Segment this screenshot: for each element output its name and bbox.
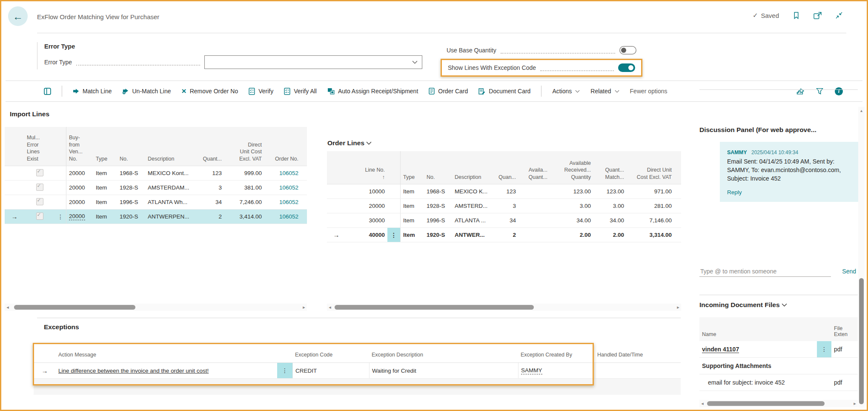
column-header-quantity[interactable]: Quan... [495, 174, 519, 184]
column-header-buy-from-vendor-no[interactable]: Buy- from Ven... No. [66, 127, 93, 166]
column-header-no[interactable]: No. [117, 155, 145, 166]
scrollbar-thumb[interactable] [707, 401, 825, 406]
back-button[interactable]: ← [8, 6, 28, 26]
order-no-link[interactable]: 106052 [264, 170, 301, 176]
verify-button[interactable]: Verify [249, 88, 273, 95]
column-header-description[interactable]: Description [452, 174, 495, 184]
discussion-message-card: SAMMY 2025/04/14 10:49:34 Email Sent: 04… [720, 142, 860, 202]
reply-link[interactable]: Reply [727, 189, 742, 195]
info-icon[interactable]: i [835, 87, 843, 95]
row-pointer-icon: → [5, 213, 24, 220]
column-header-line-no[interactable]: Line No. ↑ [346, 167, 387, 184]
order-card-button[interactable]: Order Card [429, 88, 468, 95]
row-ellipsis-menu[interactable]: ⋮ [277, 363, 292, 378]
column-header-action-message[interactable]: Action Message [56, 351, 277, 363]
cell-description[interactable]: ANTWER... [455, 232, 485, 238]
column-header-name[interactable]: Name [699, 331, 817, 341]
table-row[interactable]: ✓ 20000 Item 1996-S ATLANTA Wh... 34 7,2… [5, 195, 307, 210]
filter-icon[interactable] [816, 88, 823, 95]
order-no-link[interactable]: 106052 [264, 213, 301, 220]
column-header-quantity-matched[interactable]: Quant... Match... [593, 167, 627, 184]
bookmark-icon[interactable] [793, 11, 800, 19]
scroll-left-icon[interactable]: ◂ [327, 305, 333, 310]
cell-no[interactable]: 1920-S [120, 213, 138, 220]
table-row[interactable]: email for subject: invoice 452 pdf [699, 374, 858, 391]
scroll-left-icon[interactable]: ◂ [699, 401, 705, 406]
column-header-mul-error-lines-exist[interactable]: Mul... Error Lines Exist [24, 134, 55, 166]
incoming-document-files-caption[interactable]: Incoming Document Files [699, 301, 787, 309]
scrollbar-thumb[interactable] [335, 305, 534, 310]
table-row[interactable]: 20000 Item 1928-S AMSTERD... 3 3.00 3.00… [327, 199, 681, 213]
actions-menu[interactable]: Actions [552, 88, 580, 95]
back-arrow-icon: ← [13, 11, 23, 22]
column-header-file-extension[interactable]: File Exten [831, 325, 858, 341]
table-group-row[interactable]: Supporting Attachments [699, 358, 858, 374]
column-header-direct-unit-cost[interactable]: Direct Unit Cost Excl. VAT [224, 141, 264, 166]
order-no-link[interactable]: 106052 [264, 184, 301, 191]
mention-input[interactable] [699, 266, 831, 277]
use-base-quantity-toggle[interactable] [619, 46, 636, 55]
row-pointer-icon: → [327, 231, 346, 239]
document-card-button[interactable]: Document Card [478, 88, 530, 95]
table-row-selected[interactable]: → ✓ ⋮ 20000 Item 1920-S ANTWERPEN... 2 3… [5, 210, 307, 224]
error-type-combobox[interactable] [204, 55, 422, 69]
column-header-no[interactable]: No. [424, 174, 452, 184]
column-header-quantity[interactable]: Quant... [198, 155, 224, 166]
column-header-direct-unit-cost[interactable]: Direct Unit Cost Excl. VAT [627, 167, 674, 184]
cell-vendor-no[interactable]: 20000 [69, 213, 85, 220]
section-divider [37, 318, 681, 318]
column-header-handled-datetime[interactable]: Handled Date/Time [595, 351, 681, 363]
remove-order-no-button[interactable]: × Remove Order No [182, 88, 238, 95]
table-row[interactable]: ✓ 20000 Item 1968-S MEXICO Kont... 123 9… [5, 166, 307, 181]
cell-no[interactable]: 1920-S [427, 232, 445, 238]
table-row-selected[interactable]: vinden 41107 ⋮ pdf [699, 341, 858, 358]
row-ellipsis-menu[interactable]: ⋮ [817, 341, 831, 357]
column-header-available-quantity[interactable]: Availa... Quant... [519, 167, 550, 184]
table-row[interactable]: 30000 Item 1996-S ATLANTA ... 34 34.00 3… [327, 213, 681, 228]
verify-all-button[interactable]: Verify All [284, 88, 317, 95]
row-ellipsis-menu[interactable]: ⋮ [55, 213, 66, 220]
action-message-link[interactable]: Line difference between the invoice and … [58, 368, 209, 374]
related-menu[interactable]: Related [590, 88, 619, 95]
cell-file-extension: pdf [831, 346, 858, 353]
column-header-type[interactable]: Type [93, 155, 117, 166]
edit-list-icon[interactable] [44, 88, 51, 95]
open-in-new-window-icon[interactable] [814, 12, 822, 19]
row-ellipsis-menu[interactable]: ⋮ [387, 228, 400, 242]
collapse-icon[interactable] [835, 12, 843, 19]
cell-description: ANTWERPEN... [145, 213, 198, 220]
order-no-link[interactable]: 106052 [264, 199, 301, 205]
column-header-type[interactable]: Type [400, 151, 424, 184]
incoming-files-hscrollbar[interactable]: ◂ ▸ [699, 400, 858, 407]
column-header-description[interactable]: Description [145, 155, 198, 166]
file-name-link[interactable]: vinden 41107 [702, 346, 739, 353]
import-lines-hscrollbar[interactable]: ◂ ▸ [5, 304, 307, 311]
table-row-selected[interactable]: → 40000 ⋮ Item 1920-S ANTWER... 2 2.00 2… [327, 228, 681, 242]
show-lines-with-exception-code-toggle[interactable] [618, 63, 635, 72]
order-lines-caption[interactable]: Order Lines [327, 139, 372, 147]
table-row[interactable]: → Line difference between the invoice an… [34, 362, 681, 379]
column-header-exception-description[interactable]: Exception Description [369, 351, 518, 363]
share-icon[interactable] [796, 88, 805, 95]
exception-created-by-link[interactable]: SAMMY [521, 367, 542, 374]
page-vscrollbar[interactable]: ▴ [858, 107, 865, 408]
table-row[interactable]: 10000 Item 1968-S MEXICO K... 123 123.00… [327, 184, 681, 199]
send-button[interactable]: Send [839, 267, 859, 275]
scroll-right-icon[interactable]: ▸ [301, 305, 307, 310]
scroll-right-icon[interactable]: ▸ [852, 401, 858, 406]
auto-assign-button[interactable]: Auto Assign Receipt/Shipment [327, 88, 418, 95]
scroll-left-icon[interactable]: ◂ [5, 305, 11, 310]
table-row[interactable]: ✓ 20000 Item 1928-S AMSTERDAM... 3 381.0… [5, 181, 307, 195]
unmatch-line-button[interactable]: Un-Match Line [122, 88, 171, 95]
column-header-available-received-quantity[interactable]: Available Received... Quantity [550, 160, 593, 184]
column-header-exception-code[interactable]: Exception Code [292, 351, 369, 363]
scrollbar-thumb[interactable] [859, 278, 864, 404]
order-lines-hscrollbar[interactable]: ◂ ▸ [327, 304, 681, 311]
match-line-button[interactable]: Match Line [73, 88, 112, 95]
fewer-options-button[interactable]: Fewer options [630, 88, 667, 95]
scroll-up-icon[interactable]: ▴ [858, 108, 865, 113]
scroll-right-icon[interactable]: ▸ [675, 305, 681, 310]
scrollbar-thumb[interactable] [14, 305, 135, 310]
column-header-order-no[interactable]: Order No. [264, 155, 301, 166]
column-header-exception-created-by[interactable]: Exception Created By [518, 351, 595, 363]
